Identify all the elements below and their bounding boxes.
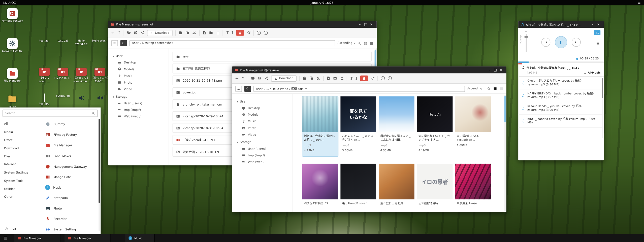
menu-toggle-button[interactable]: ≡ <box>111 40 118 46</box>
sidebar-item-video[interactable]: Video <box>113 86 168 92</box>
taskbar-item-music[interactable]: ♪Music <box>125 234 155 242</box>
info-icon[interactable]: i <box>257 31 261 35</box>
sidebar-item-music[interactable]: ♪Music <box>237 118 292 125</box>
scrollbar[interactable] <box>98 119 100 231</box>
desktop-file[interactable] <box>91 94 109 103</box>
dark-mode-toggle[interactable]: ☾ <box>244 86 251 92</box>
sidebar-item-desktop[interactable]: Desktop <box>113 59 168 66</box>
maximize-button[interactable]: □ <box>492 68 498 72</box>
share-icon[interactable] <box>140 31 144 35</box>
up-icon[interactable]: ↑ <box>241 76 245 80</box>
desktop-icon-music-folder[interactable]: Music <box>2 93 23 109</box>
grid-view-icon[interactable] <box>364 41 367 45</box>
apps-grid-icon[interactable] <box>0 234 11 242</box>
file-tile[interactable]: 例えば、今此処に置かれた花に _ 164... .mp3 4.99MB <box>302 96 338 156</box>
upload-icon[interactable] <box>340 76 344 80</box>
search-icon[interactable] <box>357 41 361 45</box>
desktop-file[interactable]: test.bat <box>54 39 72 43</box>
volume-plus[interactable]: + <box>523 29 529 33</box>
category-utilities[interactable]: Utilities <box>0 185 41 193</box>
desktop-file[interactable]: test.agi <box>35 39 53 43</box>
scrollbar[interactable] <box>504 95 506 211</box>
app-item-dummy[interactable]: Dummy <box>41 119 97 129</box>
category-office[interactable]: Office <box>0 136 41 144</box>
scrollbar-thumb[interactable] <box>98 119 100 203</box>
desktop-file[interactable]: Hello Wor... <box>91 39 109 43</box>
open-external-icon[interactable] <box>134 31 137 35</box>
cut-icon[interactable] <box>316 76 320 80</box>
trash-button[interactable] <box>360 76 368 81</box>
app-item-system-setting[interactable]: System Setting <box>41 224 97 235</box>
back-icon[interactable]: ← <box>235 76 239 80</box>
sidebar-item-tmp-drive[interactable]: tmp (tmp:/) <box>237 152 292 159</box>
app-item-photo[interactable]: Photo <box>41 203 97 214</box>
breadcrumb[interactable]: user: / Desktop / screenshot <box>129 40 335 46</box>
desktop-file[interactable]: HD【初音ミク】~yu kimin... <box>72 68 90 83</box>
category-system-tools[interactable]: System Tools <box>0 177 41 185</box>
volume-handle[interactable] <box>525 36 528 38</box>
close-button[interactable]: × <box>596 23 601 26</box>
minimize-button[interactable]: – <box>487 68 493 72</box>
desktop-file[interactable]: HDFly Me To T... <box>54 68 72 80</box>
playlist-item[interactable]: ♫Cynic _ ポリスピカデリー cover. by 柘榴-zakuro-.m… <box>518 77 604 90</box>
desktop-file[interactable]: HD【東方V ocal】... <box>35 68 53 83</box>
sidebar-item-music[interactable]: ♪Music <box>113 73 168 79</box>
scrollbar-thumb[interactable] <box>602 78 603 98</box>
sidebar-item-web-drive[interactable]: Web (web:/) <box>113 113 168 120</box>
desktop-icon-system-setting[interactable]: System Setting <box>2 38 23 53</box>
grid-view-icon[interactable] <box>493 87 497 90</box>
back-icon[interactable]: ← <box>111 31 115 35</box>
sidebar-item-photo[interactable]: Photo <box>113 79 168 86</box>
window-titlebar[interactable]: File Manager - screenshot – □ × <box>108 21 377 28</box>
sidebar-item-user-drive[interactable]: User (user:/) <box>113 100 168 107</box>
maximize-button[interactable]: □ <box>363 23 368 26</box>
sidebar-section-storage[interactable]: ▾Storage <box>113 95 168 98</box>
previous-button[interactable] <box>541 38 550 47</box>
category-download[interactable]: Download <box>0 144 41 152</box>
playlist-item[interactable]: ♫In Your Hands _ yusukeP cover. by 柘榴-za… <box>518 102 604 115</box>
minimize-button[interactable]: – <box>357 23 363 26</box>
file-tile[interactable]: 夏を見て いるかな 八月のレイニー _ はるまきごはん co... .mp3 3… <box>340 96 376 156</box>
download-button[interactable]: Download <box>271 75 297 81</box>
sidebar-item-desktop[interactable]: Desktop <box>237 105 292 112</box>
minimize-button[interactable]: – <box>590 23 596 26</box>
menu-toggle-button[interactable]: ≡ <box>235 86 242 92</box>
new-file-icon[interactable] <box>326 76 330 80</box>
app-item-label-maker[interactable]: Label Maker <box>41 151 97 161</box>
paste-icon[interactable] <box>303 76 307 80</box>
download-button[interactable]: Download <box>147 30 173 36</box>
file-tile[interactable]: イロの愚者 忘却廻佇傳達時... <box>417 163 453 212</box>
file-tile[interactable]: 裏 _ HamoP cover... <box>340 163 376 212</box>
sidebar-section-user[interactable]: ▾User <box>113 54 168 58</box>
file-tile[interactable]: 菫と藍桜 _ 青七月... <box>379 163 414 212</box>
next-button[interactable] <box>572 38 581 47</box>
playlist-item[interactable]: ♫HAPPY BIRTHDAY _ back number cover. by … <box>518 89 604 102</box>
desktop-icon-file-manager[interactable]: File Manager <box>2 68 23 83</box>
desktop-icon-ffmpeg-factory[interactable]: FFmpeg Factory <box>2 8 23 23</box>
properties-icon[interactable]: I <box>356 77 357 80</box>
app-item-recorder[interactable]: Recorder <box>41 214 97 224</box>
desktop-file[interactable]: test.jpg <box>35 94 53 106</box>
new-folder-icon[interactable] <box>209 31 213 35</box>
sort-dropdown[interactable]: Ascending▾ <box>337 42 355 45</box>
file-tile[interactable]: 君が夜の海に還るまで _ こんにちは谷田... .mp3 4.35MB <box>379 96 414 156</box>
paste-icon[interactable] <box>179 31 182 35</box>
sidebar-item-models[interactable]: Models <box>237 112 292 118</box>
sidebar-item-tmp-drive[interactable]: tmp (tmp:/) <box>113 107 168 113</box>
window-titlebar[interactable]: File Manager - 柘榴-zakuro- – □ × <box>232 66 506 74</box>
sidebar-section-user[interactable]: ▾User <box>237 100 292 103</box>
file-tile[interactable]: 四季折々に揺蕩いて... <box>302 163 338 212</box>
playlist-menu-icon[interactable]: ≡ <box>596 41 600 46</box>
desktop-file[interactable]: output.log <box>54 94 72 98</box>
open-folder-icon[interactable] <box>251 76 255 80</box>
help-icon[interactable]: ? <box>388 76 392 80</box>
search-box[interactable] <box>3 110 98 117</box>
category-files[interactable]: Files <box>0 152 41 160</box>
category-system-settings[interactable]: System Settings <box>0 168 41 177</box>
sidebar-item-photo[interactable]: Photo <box>237 125 292 131</box>
new-folder-icon[interactable] <box>333 76 337 80</box>
sidebar-item-video[interactable]: Video <box>237 131 292 138</box>
list-view-icon[interactable] <box>370 41 373 45</box>
app-item-ffmpeg-factory[interactable]: FFmpeg Factory <box>41 129 97 140</box>
brand-menu[interactable]: My ArOZ <box>3 1 16 4</box>
